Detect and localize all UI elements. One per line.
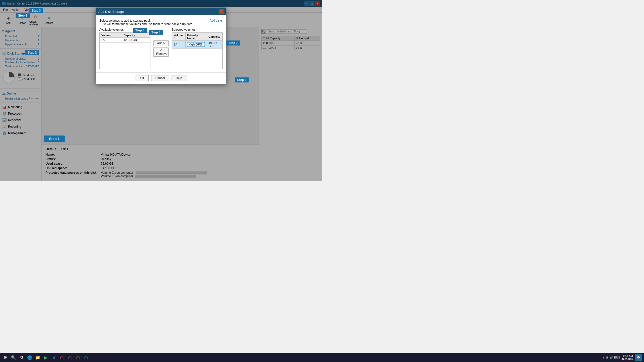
sel-col-volume: Volume / [172,33,186,41]
ok-button[interactable]: OK [136,75,148,81]
modal-columns: Available volumes: Volume Capacity [99,28,223,69]
remove-button-modal[interactable]: < Remove [153,48,169,57]
modal-overlay: Add Disk Storage ✕ Select volumes to add… [0,0,322,181]
cancel-button[interactable]: Cancel [151,75,169,81]
selected-table: Volume / Friendly Name Capacity E:\ [172,33,223,49]
avail-col-capacity: Capacity [122,33,150,38]
step5-tooltip: Step 5 [149,30,163,35]
modal-body: Select volumes to add to storage pool. D… [96,15,226,72]
avail-col-volume: Volume [100,33,122,38]
modal-title: Add Disk Storage [98,10,124,14]
add-button-modal[interactable]: Add > [153,40,169,46]
friendly-name-input[interactable] [187,42,205,47]
selected-table-area: Volume / Friendly Name Capacity E:\ [172,32,223,69]
selected-volumes-col: Selected volumes: Volume / Friendly Name… [172,28,223,69]
modal-footer: OK Cancel Help Step 8 [96,72,226,84]
sel-col-capacity: Capacity [207,33,222,41]
sel-col-friendly: Friendly Name [186,33,207,41]
modal-close-button[interactable]: ✕ [219,9,224,14]
intro-line1: Select volumes to add to storage pool. [99,19,193,22]
step3-tooltip: Step 3 [29,8,43,13]
step4-tooltip: Step 4 [16,13,30,18]
avail-row[interactable]: F:\ 126.93 GB [100,38,150,42]
modal-intro-area: Select volumes to add to storage pool. D… [99,19,223,26]
sel-volume-1: E:\ [172,41,186,49]
available-table: Volume Capacity F:\ 126.93 GB [100,33,150,42]
step7-tooltip: Step 7 [226,40,240,46]
selected-label: Selected volumes: [172,28,223,31]
step1-tooltip: Step 1 [44,135,65,142]
sel-capacity-1: 499.93 GB [207,41,222,49]
sel-row[interactable]: E:\ 499.93 GB [172,41,222,49]
help-button[interactable]: Help [172,75,186,81]
intro-line2: DPM will format these volumes and use th… [99,22,193,26]
sel-friendly-1 [186,41,207,49]
modal-titlebar: Add Disk Storage ✕ [96,8,226,15]
add-disk-storage-dialog: Add Disk Storage ✕ Select volumes to add… [96,8,226,84]
add-disks-link[interactable]: Add disks [210,19,223,26]
available-table-area: Volume Capacity F:\ 126.93 GB [99,32,150,69]
step8-tooltip: Step 8 [235,77,249,82]
modal-intro-text: Select volumes to add to storage pool. D… [99,19,193,26]
step2-tooltip: Step 2 [25,50,39,55]
avail-volume-1: F:\ [100,38,122,42]
available-volumes-col: Available volumes: Volume Capacity [99,28,150,69]
avail-capacity-1: 126.93 GB [122,38,150,42]
step6-tooltip: Step 6 [133,28,147,33]
